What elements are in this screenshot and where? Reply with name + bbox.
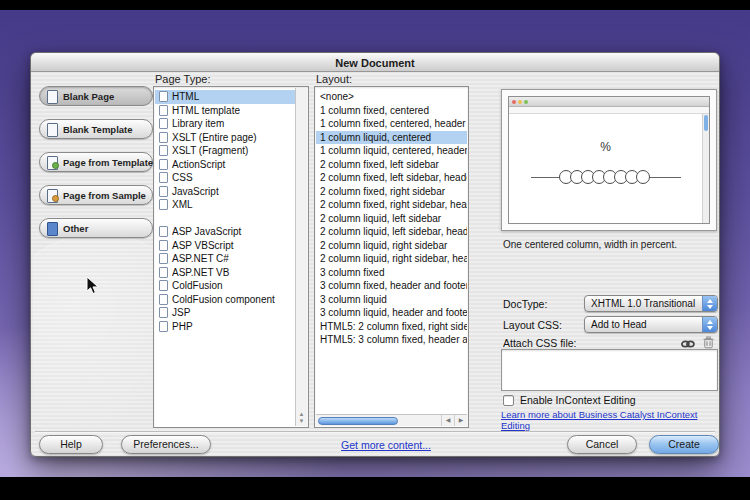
- document-icon: [159, 132, 168, 143]
- coil-graphic: [562, 170, 650, 184]
- scrollbar-thumb[interactable]: [318, 417, 398, 425]
- enable-incontext-checkbox[interactable]: [503, 395, 514, 406]
- page-type-item[interactable]: PHP: [155, 320, 295, 334]
- page-from-sample-icon: [45, 188, 59, 202]
- page-type-item[interactable]: XML: [155, 198, 295, 212]
- page-type-scrollbar[interactable]: ▲▼: [295, 88, 307, 426]
- other-icon: [45, 221, 59, 235]
- page-type-list[interactable]: HTML HTML template Library item XSLT (En…: [153, 86, 309, 428]
- document-icon: [159, 91, 168, 102]
- scroll-right-icon[interactable]: ▶: [454, 415, 467, 426]
- page-type-item[interactable]: ColdFusion component: [155, 293, 295, 307]
- document-icon: [159, 307, 168, 318]
- layout-item[interactable]: HTML5: 2 column fixed, right sidebar, h: [316, 320, 467, 334]
- incontext-learn-more-link[interactable]: Learn more about Business Catalyst InCon…: [501, 409, 719, 431]
- sidebar-item[interactable]: Page from Sample: [39, 185, 153, 205]
- sidebar-item[interactable]: Other: [39, 218, 153, 238]
- mini-minimize-icon: [518, 100, 522, 104]
- attach-css-file-box[interactable]: [501, 349, 718, 391]
- category-sidebar: Blank Page Blank Template Page from Temp…: [39, 86, 153, 251]
- get-more-content-link[interactable]: Get more content...: [316, 439, 456, 451]
- layout-item[interactable]: 2 column liquid, left sidebar: [316, 212, 467, 226]
- screen: New Document Blank Page Blank Template P…: [0, 0, 750, 500]
- cancel-button[interactable]: Cancel: [567, 435, 637, 454]
- layout-css-value: Add to Head: [591, 319, 647, 330]
- doctype-select[interactable]: XHTML 1.0 Transitional: [584, 295, 718, 312]
- document-icon: [159, 226, 168, 237]
- layout-item[interactable]: 3 column liquid: [316, 293, 467, 307]
- preview-scrollbar: [702, 114, 709, 223]
- document-icon: [159, 294, 168, 305]
- layout-item[interactable]: 2 column liquid, left sidebar, header an: [316, 225, 467, 239]
- layout-item[interactable]: 1 column liquid, centered, header and f: [316, 144, 467, 158]
- document-icon: [159, 172, 168, 183]
- scroll-arrows-icon[interactable]: ▲▼: [296, 411, 307, 425]
- document-icon: [159, 118, 168, 129]
- page-type-item[interactable]: HTML: [155, 90, 295, 104]
- preview-content: %: [509, 114, 702, 223]
- layout-hscrollbar[interactable]: ◀ ▶: [316, 414, 467, 426]
- footer-separator: [35, 431, 715, 433]
- sidebar-item[interactable]: Blank Page: [39, 86, 153, 106]
- page-type-item[interactable]: ASP JavaScript: [155, 225, 295, 239]
- document-icon: [159, 321, 168, 332]
- layout-item[interactable]: 3 column fixed, header and footer: [316, 279, 467, 293]
- layout-item[interactable]: 2 column fixed, left sidebar: [316, 158, 467, 172]
- attach-css-label: Attach CSS file:: [503, 337, 577, 349]
- page-type-item[interactable]: ASP VBScript: [155, 239, 295, 253]
- document-icon: [159, 105, 168, 116]
- page-type-item[interactable]: JavaScript: [155, 185, 295, 199]
- layout-item[interactable]: 3 column fixed: [316, 266, 467, 280]
- popup-arrows-icon: [702, 317, 717, 332]
- page-type-item[interactable]: ASP.NET VB: [155, 266, 295, 280]
- sidebar-item[interactable]: Blank Template: [39, 119, 153, 139]
- page-type-item[interactable]: XSLT (Fragment): [155, 144, 295, 158]
- doctype-value: XHTML 1.0 Transitional: [591, 298, 695, 309]
- dialog-title: New Document: [335, 57, 414, 69]
- preview-window-chrome: [509, 97, 709, 107]
- layout-item[interactable]: 2 column fixed, right sidebar: [316, 185, 467, 199]
- page-type-item[interactable]: Library item: [155, 117, 295, 131]
- layout-label: Layout:: [316, 73, 352, 85]
- page-type-item[interactable]: XSLT (Entire page): [155, 131, 295, 145]
- layout-item[interactable]: 1 column fixed, centered: [316, 104, 467, 118]
- layout-item[interactable]: HTML5: 3 column fixed, header and foo: [316, 333, 467, 347]
- blank-page-icon: [45, 89, 59, 103]
- preferences-button[interactable]: Preferences...: [121, 435, 211, 454]
- layout-item[interactable]: <none>: [316, 90, 467, 104]
- layout-css-select[interactable]: Add to Head: [584, 316, 718, 333]
- page-type-item[interactable]: ASP.NET C#: [155, 252, 295, 266]
- popup-arrows-icon: [702, 296, 717, 311]
- page-type-label: Page Type:: [155, 73, 210, 85]
- dialog-titlebar[interactable]: New Document: [31, 53, 719, 72]
- page-from-template-icon: [45, 155, 59, 169]
- page-type-item[interactable]: ActionScript: [155, 158, 295, 172]
- page-type-item[interactable]: JSP: [155, 306, 295, 320]
- layout-item[interactable]: 1 column fixed, centered, header and fo: [316, 117, 467, 131]
- document-icon: [159, 253, 168, 264]
- document-icon: [159, 159, 168, 170]
- layout-item[interactable]: 2 column fixed, right sidebar, header an: [316, 198, 467, 212]
- page-type-item[interactable]: CSS: [155, 171, 295, 185]
- doctype-label: DocType:: [503, 298, 547, 310]
- layout-css-label: Layout CSS:: [503, 319, 562, 331]
- page-type-item[interactable]: ColdFusion: [155, 279, 295, 293]
- document-icon: [159, 267, 168, 278]
- layout-item[interactable]: 2 column liquid, right sidebar, header a: [316, 252, 467, 266]
- document-icon: [159, 186, 168, 197]
- mini-close-icon: [512, 100, 516, 104]
- layout-item[interactable]: 3 column liquid, header and footer: [316, 306, 467, 320]
- sidebar-item[interactable]: Page from Template: [39, 152, 153, 172]
- layout-item[interactable]: 2 column fixed, left sidebar, header and: [316, 171, 467, 185]
- create-button[interactable]: Create: [649, 435, 719, 454]
- layout-item[interactable]: 2 column liquid, right sidebar: [316, 239, 467, 253]
- layout-item[interactable]: 1 column liquid, centered: [316, 131, 467, 145]
- layout-preview: %: [501, 89, 717, 231]
- page-type-item[interactable]: HTML template: [155, 104, 295, 118]
- mini-zoom-icon: [524, 100, 528, 104]
- preview-mini-window: %: [508, 96, 710, 224]
- document-icon: [159, 199, 168, 210]
- layout-list[interactable]: <none> 1 column fixed, centered 1 column…: [314, 86, 469, 428]
- help-button[interactable]: Help: [39, 435, 103, 454]
- scroll-left-icon[interactable]: ◀: [441, 415, 454, 426]
